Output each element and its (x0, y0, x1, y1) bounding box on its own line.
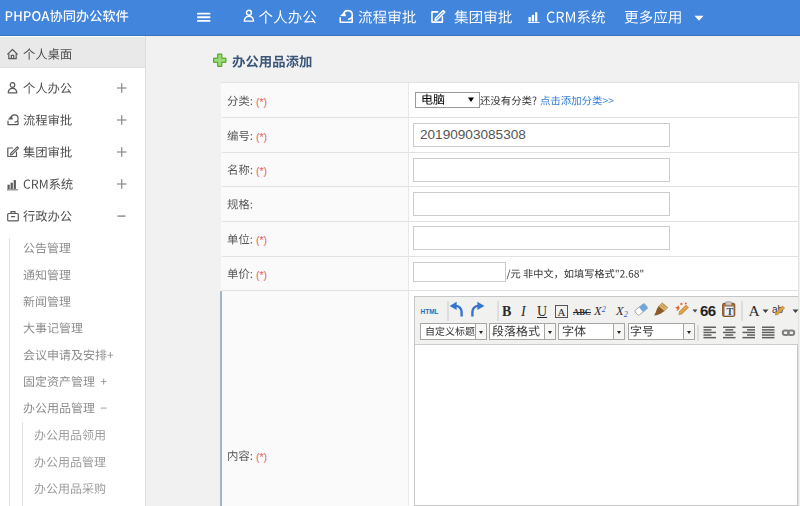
svg-text:A: A (749, 302, 761, 319)
svg-text:T: T (726, 306, 733, 317)
svg-text:66: 66 (700, 302, 716, 319)
